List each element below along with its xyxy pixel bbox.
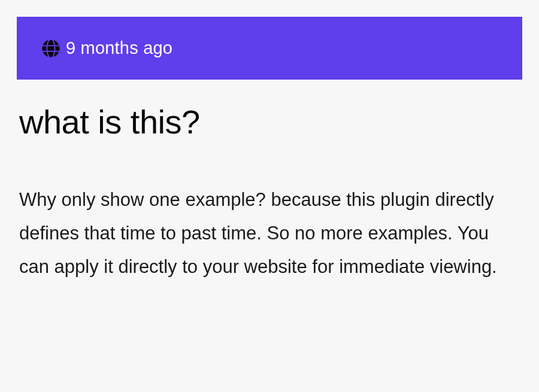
timestamp-text: 9 months ago [66,38,172,58]
page-heading: what is this? [19,102,522,141]
description-paragraph: Why only show one example? because this … [19,183,522,283]
globe-icon [42,39,60,57]
timestamp-banner: 9 months ago [17,17,522,80]
